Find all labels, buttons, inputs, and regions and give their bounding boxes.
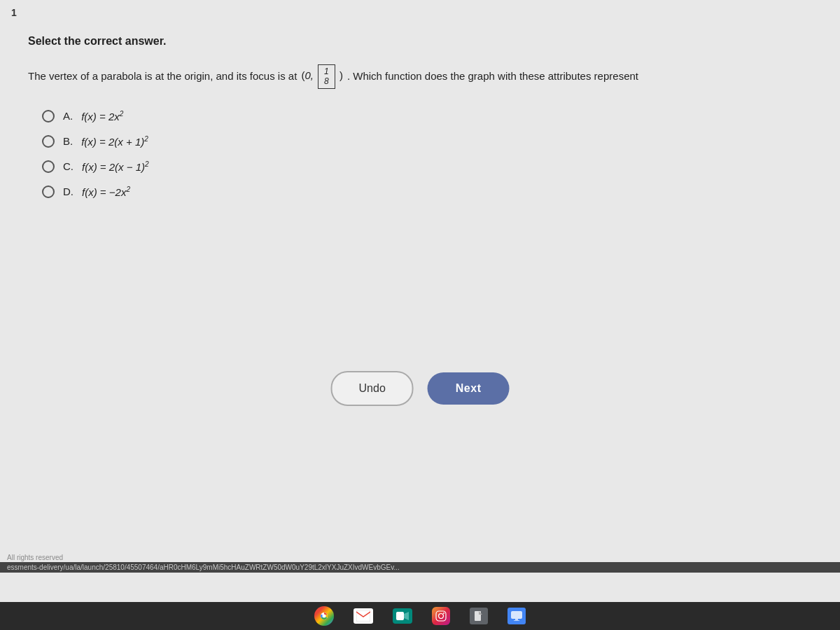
gmail-icon[interactable]: [354, 608, 373, 624]
copyright-bar: All rights reserved: [0, 554, 70, 561]
option-C-formula: f(x) = 2(x − 1)2: [82, 160, 149, 173]
question-number: 1: [7, 6, 21, 20]
option-B-formula: f(x) = 2(x + 1)2: [81, 135, 148, 148]
main-content: 1 Select the correct answer. The vertex …: [0, 0, 840, 602]
option-A-formula: f(x) = 2x2: [81, 110, 123, 122]
svg-rect-12: [514, 620, 519, 621]
option-C-label: C.: [63, 160, 74, 172]
taskbar: [0, 602, 840, 630]
option-A-label: A.: [63, 110, 73, 122]
option-D[interactable]: D. f(x) = −2x2: [42, 186, 812, 198]
fraction-display: 1 8: [318, 64, 335, 89]
fraction-numerator: 1: [324, 66, 329, 76]
option-C[interactable]: C. f(x) = 2(x − 1)2: [42, 160, 812, 173]
option-D-label: D.: [63, 186, 74, 197]
radio-D[interactable]: [42, 186, 55, 198]
svg-rect-5: [436, 611, 446, 621]
radio-A[interactable]: [42, 110, 55, 122]
svg-rect-2: [356, 610, 370, 622]
svg-rect-3: [396, 612, 404, 620]
url-bar: essments-delivery/ua/la/launch/25810/455…: [0, 562, 840, 573]
svg-point-1: [323, 615, 326, 618]
radio-B[interactable]: [42, 135, 55, 148]
radio-C[interactable]: [42, 160, 55, 173]
meet-icon[interactable]: [393, 608, 412, 624]
fraction-denominator: 8: [324, 76, 329, 86]
screen-icon[interactable]: [507, 608, 526, 624]
option-B-label: B.: [63, 135, 73, 147]
question-prefix: The vertex of a parabola is at the origi…: [28, 69, 297, 85]
focus-point-notation: (0, 1 8 ): [301, 64, 343, 89]
undo-button[interactable]: Undo: [331, 371, 414, 406]
svg-point-6: [439, 614, 444, 619]
question-text: The vertex of a parabola is at the origi…: [28, 64, 812, 89]
next-button[interactable]: Next: [428, 372, 510, 405]
question-suffix: . Which function does the graph with the…: [347, 69, 638, 85]
svg-rect-11: [515, 619, 518, 620]
copyright-text: All rights reserved: [7, 554, 63, 561]
instagram-icon[interactable]: [432, 607, 450, 625]
instruction-text: Select the correct answer.: [28, 35, 812, 48]
files-icon[interactable]: [470, 608, 488, 624]
option-B[interactable]: B. f(x) = 2(x + 1)2: [42, 135, 812, 148]
svg-point-7: [443, 612, 444, 614]
question-container: Select the correct answer. The vertex of…: [0, 0, 840, 219]
svg-rect-10: [511, 611, 522, 619]
option-A[interactable]: A. f(x) = 2x2: [42, 110, 812, 122]
svg-marker-4: [404, 612, 409, 620]
chrome-icon[interactable]: [314, 606, 334, 626]
buttons-row: Undo Next: [331, 371, 510, 406]
options-list: A. f(x) = 2x2 B. f(x) = 2(x + 1)2 C. f(x…: [42, 110, 812, 198]
option-D-formula: f(x) = −2x2: [82, 186, 130, 198]
